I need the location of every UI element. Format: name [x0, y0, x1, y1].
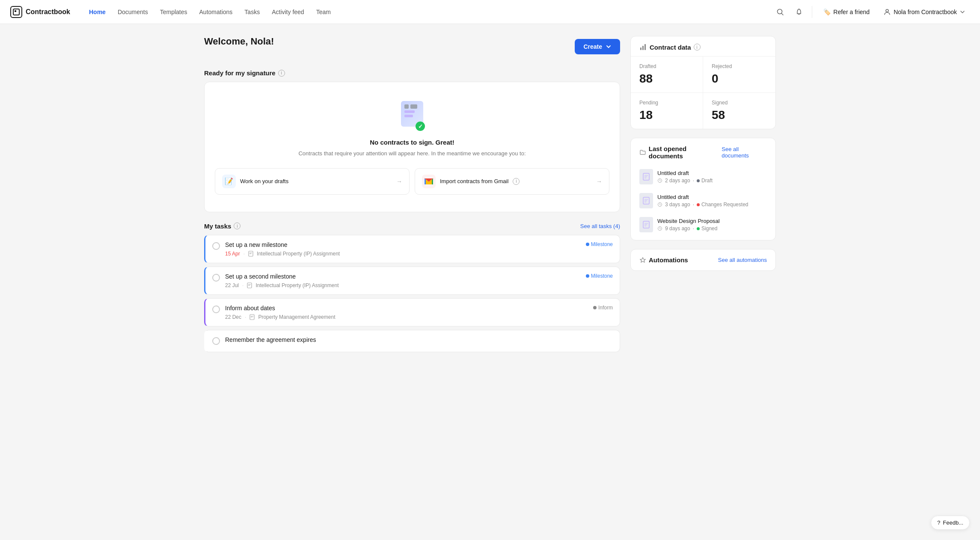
task-title-1: Set up a new milestone	[225, 241, 581, 248]
search-button[interactable]	[772, 4, 788, 20]
refer-label: Refer a friend	[833, 9, 870, 15]
doc-meta-2: 3 days ago · Changes Requested	[657, 202, 767, 208]
folder-icon	[639, 149, 646, 156]
task-dot-3: ·	[245, 314, 246, 320]
doc-item-2[interactable]: Untitled draft 3 days ago · Changes Requ…	[634, 189, 772, 213]
drafts-icon: 📝	[222, 175, 236, 188]
nav-right: 🏷️ Refer a friend Nola from Contractbook	[772, 4, 970, 20]
document-icon-2	[247, 282, 252, 288]
empty-state-title: No contracts to sign. Great!	[215, 139, 609, 146]
doc-age-1: 2 days ago	[665, 178, 690, 184]
action-card-left: 📝 Work on your drafts	[222, 175, 288, 188]
docs-header-left: Last opened documents	[639, 145, 722, 160]
doc-info-1: Untitled draft 2 days ago · Draft	[657, 170, 767, 184]
check-circle: ✓	[416, 122, 425, 131]
signature-panel: ✓ No contracts to sign. Great! Contracts…	[204, 82, 620, 212]
drafted-value: 88	[639, 72, 694, 86]
tag-icon: 🏷️	[823, 9, 831, 15]
chart-icon	[639, 43, 647, 51]
signature-info-icon[interactable]: i	[278, 70, 285, 77]
gmail-icon	[422, 175, 436, 188]
task-checkbox-1[interactable]	[212, 242, 220, 250]
chevron-down-icon	[959, 9, 965, 15]
chevron-down-icon	[606, 44, 612, 50]
import-gmail-card[interactable]: Import contracts from Gmail i →	[415, 168, 609, 195]
gmail-label: Import contracts from Gmail	[440, 178, 508, 184]
task-checkbox-4[interactable]	[212, 337, 220, 345]
task-checkbox-2[interactable]	[212, 274, 220, 282]
svg-rect-8	[640, 47, 641, 50]
task-content-3: Inform about dates 22 Dec · Property Man…	[225, 305, 588, 320]
user-icon	[883, 8, 891, 16]
task-meta-3: 22 Dec · Property Management Agreement	[225, 314, 588, 320]
doc-status-label-1: Draft	[701, 178, 713, 184]
task-dot-2: ·	[242, 282, 244, 288]
automations-icon	[639, 257, 646, 264]
doc-icon-3	[639, 217, 653, 232]
doc-dot-2: ·	[693, 202, 694, 208]
doc-status-label-2: Changes Requested	[701, 202, 748, 208]
automations-header-left: Automations	[639, 256, 688, 264]
right-column: Contract data i Drafted 88 Rejected 0 Pe…	[630, 36, 776, 356]
nav-automations[interactable]: Automations	[194, 6, 238, 18]
nav-team[interactable]: Team	[311, 6, 336, 18]
welcome-title: Welcome, Nola!	[204, 36, 274, 47]
action-cards: 📝 Work on your drafts →	[215, 168, 609, 195]
gmail-info-icon[interactable]: i	[513, 178, 520, 185]
task-checkbox-3[interactable]	[212, 306, 220, 313]
doc-name-2: Untitled draft	[657, 194, 767, 200]
notifications-button[interactable]	[791, 4, 807, 20]
see-all-tasks-link[interactable]: See all tasks (4)	[580, 223, 620, 229]
action-card-left-gmail: Import contracts from Gmail i	[422, 175, 520, 188]
doc-meta-3: 9 days ago · Signed	[657, 225, 767, 231]
create-button[interactable]: Create	[575, 39, 620, 54]
signed-dot-3	[697, 227, 700, 230]
task-doc-2: Intellectual Property (IP) Assignment	[255, 282, 339, 288]
doc-status-3: Signed	[697, 225, 717, 231]
doc-icon-2	[639, 193, 653, 208]
tasks-info-icon[interactable]: i	[234, 223, 241, 229]
task-badge-dot-1	[586, 243, 589, 246]
left-column: Welcome, Nola! Create Ready for my signa…	[204, 36, 620, 356]
contract-grid: Drafted 88 Rejected 0 Pending 18 Signed …	[631, 56, 775, 129]
task-meta-2: 22 Jul · Intellectual Property (IP) Assi…	[225, 282, 581, 288]
contract-data-info-icon[interactable]: i	[694, 44, 701, 50]
contract-data-card: Contract data i Drafted 88 Rejected 0 Pe…	[630, 36, 776, 129]
rejected-value: 0	[712, 72, 767, 86]
task-badge-dot-2	[586, 274, 589, 278]
work-on-drafts-card[interactable]: 📝 Work on your drafts →	[215, 168, 410, 195]
nav-activity-feed[interactable]: Activity feed	[267, 6, 309, 18]
nav-documents[interactable]: Documents	[113, 6, 153, 18]
doc-item-3[interactable]: Website Design Proposal 9 days ago · Sig…	[634, 213, 772, 237]
doc-age-2: 3 days ago	[665, 202, 690, 208]
automations-header: Automations See all automations	[631, 249, 775, 270]
user-menu-button[interactable]: Nola from Contractbook	[879, 6, 970, 18]
doc-item-1[interactable]: Untitled draft 2 days ago · Draft	[634, 165, 772, 189]
svg-rect-1	[15, 10, 16, 12]
see-all-automations-link[interactable]: See all automations	[718, 257, 767, 263]
create-label: Create	[583, 43, 602, 50]
brand[interactable]: Contractbook	[10, 6, 70, 18]
changes-dot-2	[697, 203, 700, 206]
clock-icon-2	[657, 202, 662, 207]
document-icon-3	[249, 314, 255, 320]
see-all-docs-link[interactable]: See all documents	[722, 146, 767, 159]
nav-tasks[interactable]: Tasks	[239, 6, 265, 18]
task-badge-2: Milestone	[586, 273, 613, 279]
draft-dot-1	[697, 179, 700, 182]
nav-home[interactable]: Home	[84, 6, 111, 18]
task-item: Set up a new milestone 15 Apr · Intellec…	[204, 235, 620, 263]
task-title-3: Inform about dates	[225, 305, 588, 312]
drafts-label: Work on your drafts	[240, 178, 288, 184]
rejected-cell: Rejected 0	[703, 56, 775, 93]
last-opened-title: Last opened documents	[649, 145, 722, 160]
refer-friend-button[interactable]: 🏷️ Refer a friend	[817, 6, 876, 18]
empty-state-desc: Contracts that require your attention wi…	[215, 149, 609, 158]
nav-templates[interactable]: Templates	[155, 6, 193, 18]
document-icon	[248, 251, 253, 257]
doc-age-3: 9 days ago	[665, 225, 690, 231]
nav-links: Home Documents Templates Automations Tas…	[84, 6, 772, 18]
docs-list: Untitled draft 2 days ago · Draft	[631, 165, 775, 240]
brand-name: Contractbook	[26, 8, 70, 16]
doc-icon-1	[639, 169, 653, 184]
